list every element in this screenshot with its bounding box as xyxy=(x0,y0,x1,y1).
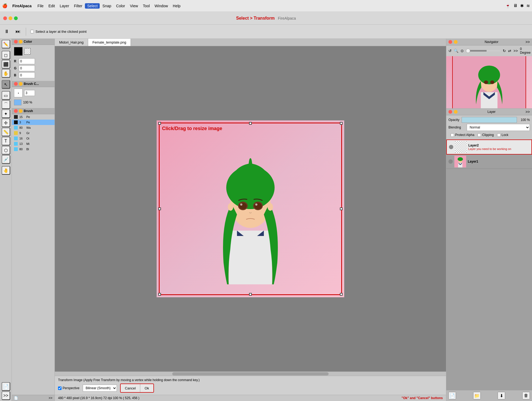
brush-item-2[interactable]: 80 Wa xyxy=(12,125,55,130)
layer-merge-button[interactable]: ⬇ xyxy=(498,392,505,399)
tool-eyedrop[interactable]: 💉 xyxy=(2,155,10,164)
brush-size-input[interactable] xyxy=(24,90,35,96)
tool-select-rect[interactable]: ▭ xyxy=(2,91,10,100)
toolbar-next[interactable]: ⏭ xyxy=(15,28,21,35)
select-layer-checkbox[interactable] xyxy=(30,30,34,33)
tab-female-template[interactable]: Female_template.png xyxy=(88,39,131,46)
layer-folder-button[interactable]: 📁 xyxy=(473,392,481,399)
menu-filter[interactable]: Filter xyxy=(72,3,84,9)
transform-handle-mr[interactable] xyxy=(340,207,343,210)
brush-item-5[interactable]: 13 Mi xyxy=(12,141,55,146)
brush-more[interactable]: >> xyxy=(49,396,52,400)
nav-flip-v[interactable]: >> xyxy=(513,47,518,55)
layer-more[interactable]: >> xyxy=(2,391,10,400)
color-panel-close[interactable] xyxy=(14,40,18,44)
nav-flip-h[interactable]: ⇄ xyxy=(508,47,511,55)
brush-new[interactable]: 📄 xyxy=(14,396,18,400)
brush-item-1[interactable]: 3 Pe xyxy=(12,120,55,125)
brush-panel-minimize[interactable] xyxy=(19,109,23,113)
tab-midori[interactable]: Midori_Hair.png xyxy=(55,39,88,46)
nav-rotate-left[interactable]: ↺ xyxy=(448,47,452,55)
layer-new-button[interactable]: 📄 xyxy=(448,392,456,399)
nav-minimize[interactable] xyxy=(454,40,458,44)
layer2-visibility[interactable] xyxy=(449,145,453,149)
lock-checkbox[interactable]: Lock xyxy=(497,133,508,137)
tool-eraser[interactable]: ◻ xyxy=(2,51,10,59)
brush-item-0[interactable]: 15 Pe xyxy=(12,114,55,120)
layer-more-icon[interactable]: >> xyxy=(526,110,530,114)
nav-zoom-fit[interactable]: ⊙ xyxy=(461,47,464,55)
tool-text[interactable]: T xyxy=(2,137,10,145)
brush-panel-close[interactable] xyxy=(14,109,18,113)
close-button[interactable] xyxy=(3,16,7,20)
layer-close[interactable] xyxy=(448,110,452,114)
brush-item-4[interactable]: 16 Oi xyxy=(12,136,55,141)
transform-handle-tl[interactable] xyxy=(158,122,161,125)
maximize-button[interactable] xyxy=(14,16,18,20)
tool-select-lasso[interactable]: ⌒ xyxy=(2,100,10,109)
g-input[interactable] xyxy=(19,65,35,71)
brush-config-minimize[interactable] xyxy=(19,82,23,86)
layer-item-layer1[interactable]: Layer1 xyxy=(446,155,532,169)
tool-snap[interactable]: ✢ xyxy=(2,119,10,127)
nav-preview[interactable] xyxy=(446,56,532,108)
transform-handle-bl[interactable] xyxy=(158,293,161,296)
app-name[interactable]: FireAlpaca xyxy=(10,3,34,9)
layer-item-layer2[interactable]: Layer2 Layer you need to be working on xyxy=(446,139,532,155)
toolbar-pause[interactable]: ⏸ xyxy=(3,28,10,35)
brush-item-6[interactable]: 80 Bl xyxy=(12,146,55,152)
interpolation-select[interactable]: Bilinear (Smooth) xyxy=(83,385,117,392)
tool-smudge[interactable]: ✋ xyxy=(2,69,10,78)
tool-pencil[interactable]: ✏️ xyxy=(2,40,10,48)
nav-reset-rotation[interactable]: ↻ xyxy=(503,47,506,55)
layer1-visibility[interactable] xyxy=(448,159,453,164)
nav-close[interactable] xyxy=(448,40,452,44)
tool-select-transform[interactable]: ↖ xyxy=(2,80,10,89)
menu-window[interactable]: Window xyxy=(152,3,170,9)
r-input[interactable] xyxy=(19,58,35,64)
minimize-button[interactable] xyxy=(9,16,12,20)
tool-bucket[interactable]: ⬡ xyxy=(2,146,10,155)
canvas-viewport[interactable]: Click/Drag to resize image xyxy=(55,46,446,371)
menu-file[interactable]: File xyxy=(35,3,46,9)
layer-new[interactable]: 📄 xyxy=(2,382,10,391)
transform-handle-tm[interactable] xyxy=(249,122,252,125)
cancel-button[interactable]: Cancel xyxy=(121,384,140,392)
ok-button[interactable]: Ok xyxy=(140,384,153,392)
blending-select[interactable]: Normal xyxy=(467,124,530,131)
tool-hand[interactable]: 🤚 xyxy=(2,166,10,175)
transform-handle-tr[interactable] xyxy=(340,122,343,125)
more-icon[interactable]: >> xyxy=(526,40,530,44)
nav-rotation-slider[interactable] xyxy=(466,50,501,52)
brush-item-3[interactable]: 9 Gr xyxy=(12,130,55,136)
menu-select[interactable]: Select xyxy=(85,3,100,9)
layer-minimize[interactable] xyxy=(454,110,458,114)
protect-alpha-checkbox[interactable]: Protect Alpha xyxy=(451,133,474,137)
menu-tool[interactable]: Tool xyxy=(141,3,152,9)
brush-config-close[interactable] xyxy=(14,82,18,86)
layer-delete-button[interactable]: 🗑 xyxy=(522,392,530,399)
canvas-image[interactable]: Click/Drag to resize image xyxy=(156,120,344,298)
background-color-swatch[interactable] xyxy=(24,48,31,55)
canvas-scrollbar[interactable] xyxy=(55,371,446,376)
transform-handle-ml[interactable] xyxy=(158,207,161,210)
menu-edit[interactable]: Edit xyxy=(46,3,57,9)
apple-icon[interactable]: 🍎 xyxy=(2,3,8,8)
perspective-checkbox[interactable] xyxy=(58,386,62,390)
clipping-checkbox[interactable]: Clipping xyxy=(477,133,494,137)
foreground-color-swatch[interactable] xyxy=(14,47,23,56)
opacity-bar[interactable] xyxy=(462,117,517,123)
transform-handle-br[interactable] xyxy=(340,293,343,296)
menu-layer[interactable]: Layer xyxy=(57,3,71,9)
tool-fill[interactable]: ⬛ xyxy=(2,60,10,69)
b-input[interactable] xyxy=(19,72,35,78)
transform-handle-bm[interactable] xyxy=(249,293,252,296)
color-panel-minimize[interactable] xyxy=(19,40,23,44)
menu-view[interactable]: View xyxy=(128,3,140,9)
nav-zoom-out[interactable]: 🔍 xyxy=(454,47,458,55)
menu-help[interactable]: Help xyxy=(171,3,183,9)
scrollbar-thumb[interactable] xyxy=(172,372,329,375)
tool-ruler[interactable]: 📏 xyxy=(2,128,10,136)
menu-color[interactable]: Color xyxy=(114,3,127,9)
tool-select-magic[interactable]: ✦ xyxy=(2,109,10,118)
